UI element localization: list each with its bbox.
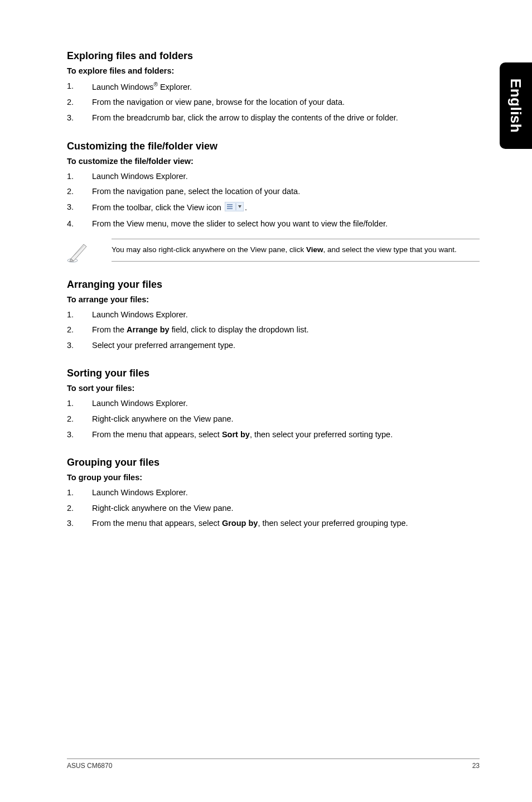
page-content: Exploring files and folders To explore f…	[67, 50, 480, 546]
step-text: From the View menu, move the slider to s…	[92, 219, 480, 230]
steps-group: 1. Launch Windows Explorer. 2. Right-cli…	[67, 487, 480, 529]
subheading-explore: To explore files and folders:	[67, 66, 480, 75]
step-number: 3.	[67, 113, 92, 124]
step-text: Launch Windows Explorer.	[92, 487, 480, 499]
list-item: 2. From the navigation or view pane, bro…	[67, 97, 480, 108]
step-text: Right-click anywhere on the View pane.	[92, 414, 480, 425]
step-number: 1.	[67, 81, 92, 93]
heading-customizing: Customizing the file/folder view	[67, 141, 480, 152]
subheading-group: To group your files:	[67, 473, 480, 482]
step-text: Launch Windows Explorer.	[92, 171, 480, 182]
step-text: Launch Windows® Explorer.	[92, 81, 480, 93]
step-number: 2.	[67, 503, 92, 514]
list-item: 2. From the navigation pane, select the …	[67, 186, 480, 197]
list-item: 3. From the toolbar, click the View icon…	[67, 202, 480, 215]
step-text: From the toolbar, click the View icon .	[92, 202, 480, 215]
step-number: 4.	[67, 219, 92, 230]
step-number: 2.	[67, 325, 92, 336]
steps-explore: 1. Launch Windows® Explorer. 2. From the…	[67, 81, 480, 124]
steps-arrange: 1. Launch Windows Explorer. 2. From the …	[67, 310, 480, 351]
step-text: From the Arrange by field, click to disp…	[92, 325, 480, 336]
note-block: You may also right-click anywhere on the…	[67, 239, 480, 265]
page-footer: ASUS CM6870 23	[67, 758, 480, 770]
list-item: 1. Launch Windows Explorer.	[67, 487, 480, 499]
steps-customize: 1. Launch Windows Explorer. 2. From the …	[67, 171, 480, 230]
step-text: From the breadcrumb bar, click the arrow…	[92, 113, 480, 124]
list-item: 3. From the menu that appears, select So…	[67, 429, 480, 441]
step-number: 2.	[67, 186, 92, 197]
step-number: 1.	[67, 398, 92, 409]
pencil-icon	[67, 239, 112, 265]
step-number: 3.	[67, 202, 92, 215]
list-item: 3. From the breadcrumb bar, click the ar…	[67, 113, 480, 124]
step-text: From the menu that appears, select Sort …	[92, 429, 480, 441]
view-icon	[225, 202, 244, 215]
list-item: 4. From the View menu, move the slider t…	[67, 219, 480, 230]
step-number: 2.	[67, 414, 92, 425]
heading-exploring: Exploring files and folders	[67, 50, 480, 62]
list-item: 2. Right-click anywhere on the View pane…	[67, 414, 480, 425]
step-text: From the navigation pane, select the loc…	[92, 186, 480, 197]
footer-product: ASUS CM6870	[67, 762, 112, 770]
subheading-arrange: To arrange your files:	[67, 295, 480, 304]
step-number: 3.	[67, 429, 92, 441]
step-number: 1.	[67, 487, 92, 499]
step-text: Launch Windows Explorer.	[92, 398, 480, 409]
step-text: Right-click anywhere on the View pane.	[92, 503, 480, 514]
step-number: 1.	[67, 171, 92, 182]
list-item: 2. From the Arrange by field, click to d…	[67, 325, 480, 336]
heading-sorting: Sorting your files	[67, 368, 480, 379]
list-item: 3. Select your preferred arrangement typ…	[67, 340, 480, 351]
language-tab: English	[500, 62, 532, 149]
heading-arranging: Arranging your files	[67, 279, 480, 291]
steps-sort: 1. Launch Windows Explorer. 2. Right-cli…	[67, 398, 480, 440]
step-text: From the navigation or view pane, browse…	[92, 97, 480, 108]
heading-grouping: Grouping your files	[67, 457, 480, 468]
list-item: 1. Launch Windows Explorer.	[67, 398, 480, 409]
subheading-sort: To sort your files:	[67, 384, 480, 393]
step-number: 1.	[67, 310, 92, 321]
list-item: 1. Launch Windows Explorer.	[67, 310, 480, 321]
list-item: 2. Right-click anywhere on the View pane…	[67, 503, 480, 514]
list-item: 1. Launch Windows Explorer.	[67, 171, 480, 182]
list-item: 1. Launch Windows® Explorer.	[67, 81, 480, 93]
footer-page-number: 23	[472, 762, 480, 770]
subheading-customize: To customize the file/folder view:	[67, 157, 480, 166]
step-number: 3.	[67, 518, 92, 529]
step-text: From the menu that appears, select Group…	[92, 518, 480, 529]
note-text: You may also right-click anywhere on the…	[112, 239, 480, 262]
step-text: Select your preferred arrangement type.	[92, 340, 480, 351]
list-item: 3. From the menu that appears, select Gr…	[67, 518, 480, 529]
step-number: 3.	[67, 340, 92, 351]
step-number: 2.	[67, 97, 92, 108]
step-text: Launch Windows Explorer.	[92, 310, 480, 321]
language-tab-label: English	[507, 79, 525, 133]
